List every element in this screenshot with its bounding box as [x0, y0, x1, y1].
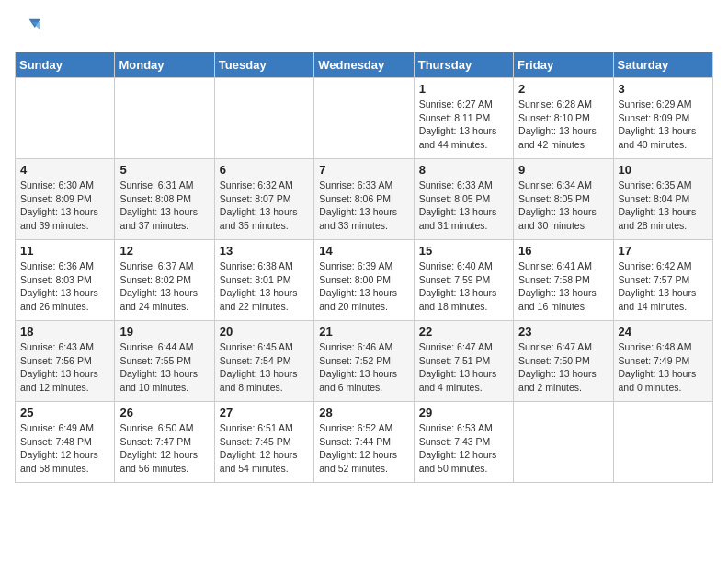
day-number: 21 — [319, 325, 408, 339]
day-number: 29 — [419, 406, 508, 419]
week-row-4: 18Sunrise: 6:43 AM Sunset: 7:56 PM Dayli… — [16, 321, 713, 402]
day-cell: 19Sunrise: 6:44 AM Sunset: 7:55 PM Dayli… — [115, 321, 214, 402]
header-cell-tuesday: Tuesday — [214, 52, 313, 78]
calendar-table: SundayMondayTuesdayWednesdayThursdayFrid… — [15, 52, 713, 483]
day-info: Sunrise: 6:47 AM Sunset: 7:50 PM Dayligh… — [518, 340, 608, 395]
day-cell: 28Sunrise: 6:52 AM Sunset: 7:44 PM Dayli… — [314, 402, 414, 483]
week-row-1: 1Sunrise: 6:27 AM Sunset: 8:11 PM Daylig… — [16, 78, 713, 159]
day-info: Sunrise: 6:52 AM Sunset: 7:44 PM Dayligh… — [319, 421, 408, 476]
logo — [15, 15, 44, 40]
day-cell — [314, 78, 414, 159]
day-cell: 9Sunrise: 6:34 AM Sunset: 8:05 PM Daylig… — [514, 159, 613, 240]
day-cell: 29Sunrise: 6:53 AM Sunset: 7:43 PM Dayli… — [414, 402, 513, 483]
header-cell-saturday: Saturday — [613, 52, 712, 78]
day-number: 15 — [419, 244, 508, 258]
header-cell-sunday: Sunday — [16, 52, 115, 78]
day-info: Sunrise: 6:50 AM Sunset: 7:47 PM Dayligh… — [119, 421, 209, 476]
day-cell: 20Sunrise: 6:45 AM Sunset: 7:54 PM Dayli… — [214, 321, 313, 402]
day-number: 27 — [220, 406, 309, 419]
day-info: Sunrise: 6:51 AM Sunset: 7:45 PM Dayligh… — [220, 421, 309, 476]
day-number: 16 — [518, 244, 608, 258]
day-cell: 5Sunrise: 6:31 AM Sunset: 8:08 PM Daylig… — [115, 159, 214, 240]
day-info: Sunrise: 6:34 AM Sunset: 8:05 PM Dayligh… — [518, 178, 608, 233]
day-info: Sunrise: 6:31 AM Sunset: 8:08 PM Dayligh… — [119, 178, 209, 233]
day-cell — [16, 78, 115, 159]
day-cell — [613, 402, 712, 483]
day-cell: 15Sunrise: 6:40 AM Sunset: 7:59 PM Dayli… — [414, 240, 513, 321]
day-info: Sunrise: 6:29 AM Sunset: 8:09 PM Dayligh… — [619, 98, 708, 152]
day-number: 23 — [518, 325, 608, 339]
day-info: Sunrise: 6:41 AM Sunset: 7:58 PM Dayligh… — [518, 259, 608, 314]
day-number: 22 — [419, 325, 508, 339]
day-number: 13 — [220, 244, 309, 258]
day-number: 2 — [518, 82, 608, 96]
day-cell: 18Sunrise: 6:43 AM Sunset: 7:56 PM Dayli… — [16, 321, 115, 402]
day-cell: 26Sunrise: 6:50 AM Sunset: 7:47 PM Dayli… — [115, 402, 214, 483]
day-info: Sunrise: 6:46 AM Sunset: 7:52 PM Dayligh… — [319, 340, 408, 395]
day-cell: 1Sunrise: 6:27 AM Sunset: 8:11 PM Daylig… — [414, 78, 513, 159]
day-number: 28 — [319, 406, 408, 419]
day-number: 8 — [419, 163, 508, 177]
day-number: 24 — [619, 325, 708, 339]
day-cell: 8Sunrise: 6:33 AM Sunset: 8:05 PM Daylig… — [414, 159, 513, 240]
day-cell: 13Sunrise: 6:38 AM Sunset: 8:01 PM Dayli… — [214, 240, 313, 321]
day-cell: 21Sunrise: 6:46 AM Sunset: 7:52 PM Dayli… — [314, 321, 414, 402]
day-cell: 27Sunrise: 6:51 AM Sunset: 7:45 PM Dayli… — [214, 402, 313, 483]
day-info: Sunrise: 6:44 AM Sunset: 7:55 PM Dayligh… — [119, 340, 209, 395]
day-info: Sunrise: 6:42 AM Sunset: 7:57 PM Dayligh… — [619, 259, 708, 314]
day-number: 1 — [419, 82, 508, 96]
day-number: 14 — [319, 244, 408, 258]
logo-icon — [15, 15, 40, 40]
day-cell: 6Sunrise: 6:32 AM Sunset: 8:07 PM Daylig… — [214, 159, 313, 240]
header-cell-monday: Monday — [115, 52, 214, 78]
day-cell: 22Sunrise: 6:47 AM Sunset: 7:51 PM Dayli… — [414, 321, 513, 402]
day-cell: 10Sunrise: 6:35 AM Sunset: 8:04 PM Dayli… — [613, 159, 712, 240]
day-info: Sunrise: 6:32 AM Sunset: 8:07 PM Dayligh… — [220, 178, 309, 233]
day-cell: 4Sunrise: 6:30 AM Sunset: 8:09 PM Daylig… — [16, 159, 115, 240]
calendar-body: 1Sunrise: 6:27 AM Sunset: 8:11 PM Daylig… — [16, 78, 713, 483]
day-info: Sunrise: 6:39 AM Sunset: 8:00 PM Dayligh… — [319, 259, 408, 314]
day-cell: 2Sunrise: 6:28 AM Sunset: 8:10 PM Daylig… — [514, 78, 613, 159]
day-cell: 16Sunrise: 6:41 AM Sunset: 7:58 PM Dayli… — [514, 240, 613, 321]
day-cell: 11Sunrise: 6:36 AM Sunset: 8:03 PM Dayli… — [16, 240, 115, 321]
day-cell: 3Sunrise: 6:29 AM Sunset: 8:09 PM Daylig… — [613, 78, 712, 159]
day-number: 3 — [619, 82, 708, 96]
day-info: Sunrise: 6:27 AM Sunset: 8:11 PM Dayligh… — [419, 98, 508, 152]
day-info: Sunrise: 6:36 AM Sunset: 8:03 PM Dayligh… — [20, 259, 109, 314]
day-info: Sunrise: 6:35 AM Sunset: 8:04 PM Dayligh… — [619, 178, 708, 233]
day-cell: 25Sunrise: 6:49 AM Sunset: 7:48 PM Dayli… — [16, 402, 115, 483]
day-cell: 17Sunrise: 6:42 AM Sunset: 7:57 PM Dayli… — [613, 240, 712, 321]
day-cell: 23Sunrise: 6:47 AM Sunset: 7:50 PM Dayli… — [514, 321, 613, 402]
day-number: 26 — [119, 406, 209, 419]
day-number: 4 — [20, 163, 109, 177]
day-number: 6 — [220, 163, 309, 177]
header-cell-friday: Friday — [514, 52, 613, 78]
day-cell: 12Sunrise: 6:37 AM Sunset: 8:02 PM Dayli… — [115, 240, 214, 321]
header-cell-thursday: Thursday — [414, 52, 513, 78]
day-number: 17 — [619, 244, 708, 258]
day-info: Sunrise: 6:38 AM Sunset: 8:01 PM Dayligh… — [220, 259, 309, 314]
calendar-header: SundayMondayTuesdayWednesdayThursdayFrid… — [16, 52, 713, 78]
day-info: Sunrise: 6:47 AM Sunset: 7:51 PM Dayligh… — [419, 340, 508, 395]
day-number: 5 — [119, 163, 209, 177]
day-info: Sunrise: 6:33 AM Sunset: 8:06 PM Dayligh… — [319, 178, 408, 233]
day-cell — [214, 78, 313, 159]
day-info: Sunrise: 6:40 AM Sunset: 7:59 PM Dayligh… — [419, 259, 508, 314]
day-cell: 24Sunrise: 6:48 AM Sunset: 7:49 PM Dayli… — [613, 321, 712, 402]
day-number: 20 — [220, 325, 309, 339]
day-cell: 7Sunrise: 6:33 AM Sunset: 8:06 PM Daylig… — [314, 159, 414, 240]
day-info: Sunrise: 6:49 AM Sunset: 7:48 PM Dayligh… — [20, 421, 109, 476]
header-row: SundayMondayTuesdayWednesdayThursdayFrid… — [16, 52, 713, 78]
day-info: Sunrise: 6:45 AM Sunset: 7:54 PM Dayligh… — [220, 340, 309, 395]
week-row-5: 25Sunrise: 6:49 AM Sunset: 7:48 PM Dayli… — [16, 402, 713, 483]
header — [15, 15, 713, 40]
day-info: Sunrise: 6:33 AM Sunset: 8:05 PM Dayligh… — [419, 178, 508, 233]
day-number: 25 — [20, 406, 109, 419]
day-number: 9 — [518, 163, 608, 177]
day-info: Sunrise: 6:53 AM Sunset: 7:43 PM Dayligh… — [419, 421, 508, 476]
header-cell-wednesday: Wednesday — [314, 52, 414, 78]
day-number: 12 — [119, 244, 209, 258]
day-cell — [115, 78, 214, 159]
day-number: 11 — [20, 244, 109, 258]
day-info: Sunrise: 6:37 AM Sunset: 8:02 PM Dayligh… — [119, 259, 209, 314]
